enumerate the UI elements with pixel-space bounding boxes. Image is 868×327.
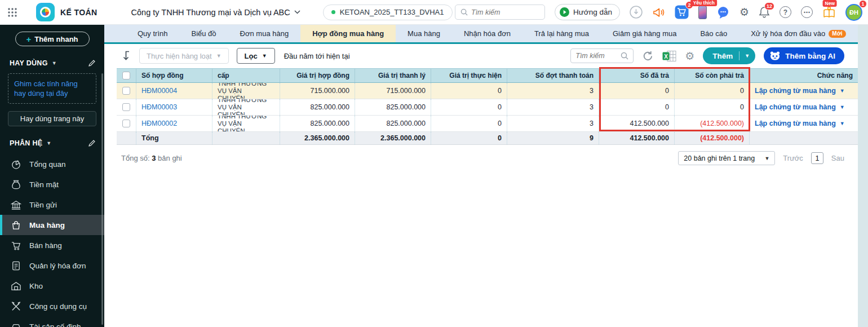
batch-action-button[interactable]: Thực hiện hàng loạt ▼ bbox=[139, 48, 229, 64]
select-all-cell bbox=[117, 69, 136, 82]
tab-tra-lai-hang-mua[interactable]: Trả lại hàng mua bbox=[522, 25, 601, 42]
total-value: 2.365.000.000 bbox=[280, 132, 355, 144]
prev-page-button[interactable]: Trước bbox=[783, 154, 803, 162]
col-value[interactable]: Giá trị hợp đồng bbox=[280, 69, 355, 82]
invoice-icon bbox=[11, 260, 21, 271]
sidebar-item-tien-gui[interactable]: Tiền gửi bbox=[0, 195, 104, 215]
tab-mua-hang[interactable]: Mua hàng bbox=[396, 25, 452, 42]
contract-link[interactable]: HĐM00004 bbox=[141, 87, 177, 95]
avatar-badge: 1 bbox=[859, 0, 867, 8]
edit-pencil-icon[interactable] bbox=[88, 59, 96, 67]
page-size-value: 20 bản ghi trên 1 trang bbox=[684, 154, 755, 162]
guide-button[interactable]: Hướng dẫn bbox=[555, 4, 620, 20]
user-avatar[interactable]: ĐH 1 bbox=[845, 4, 862, 21]
col-paid[interactable]: Số đã trả bbox=[599, 69, 675, 82]
total-executed: 0 bbox=[431, 132, 507, 144]
row-checkbox[interactable] bbox=[122, 120, 130, 127]
add-with-ai-button[interactable]: Thêm bằng AI bbox=[764, 47, 844, 64]
megaphone-icon[interactable] bbox=[652, 7, 665, 18]
database-selector[interactable]: KETOAN_2025_TT133_DVHA1 bbox=[323, 5, 453, 20]
installments-count: 3 bbox=[507, 99, 599, 115]
create-purchase-doc-link[interactable]: Lập chứng từ mua hàng▼ bbox=[755, 103, 845, 111]
list-search-input[interactable] bbox=[575, 52, 618, 60]
next-page-button[interactable]: Sau bbox=[831, 154, 844, 162]
col-contract[interactable]: Số hợp đồng bbox=[136, 69, 212, 82]
button-divider bbox=[739, 51, 739, 60]
tab-xu-ly-hoa-don-dau-vao[interactable]: Xử lý hóa đơn đầu vào Mới bbox=[739, 25, 857, 42]
settings-gear-icon[interactable]: ⚙ bbox=[685, 51, 694, 61]
page-size-select[interactable]: 20 bản ghi trên 1 trang ▼ bbox=[678, 151, 775, 165]
global-search[interactable] bbox=[455, 5, 545, 20]
list-search[interactable] bbox=[570, 48, 634, 63]
frequent-section-header[interactable]: HAY DÙNG ▼ bbox=[0, 59, 104, 67]
select-all-checkbox[interactable] bbox=[122, 72, 130, 79]
global-search-input[interactable] bbox=[471, 8, 533, 16]
tab-bieu-do[interactable]: Biểu đồ bbox=[179, 25, 228, 42]
col-liquidation[interactable]: Giá trị thanh lý bbox=[355, 69, 431, 82]
quick-add-button[interactable]: + Thêm nhanh bbox=[15, 32, 90, 46]
table-row[interactable]: HĐM00004 TNHH THƯƠNGVỤ VẬN CHUYỂN... 715… bbox=[117, 83, 858, 99]
tab-hop-dong-mua-hang[interactable]: Hợp đồng mua hàng bbox=[300, 25, 396, 42]
total-remaining: (412.500.000) bbox=[675, 132, 750, 144]
filter-button[interactable]: Lọc ▼ bbox=[237, 48, 275, 64]
favorite-phone-icon[interactable]: Yêu thích bbox=[698, 6, 707, 19]
col-supplier[interactable]: cấp bbox=[212, 69, 280, 82]
chat-icon[interactable] bbox=[716, 6, 730, 19]
liquidation-value: 715.000.000 bbox=[355, 83, 431, 99]
contract-link[interactable]: HĐM00003 bbox=[141, 103, 177, 111]
pin-hint-box[interactable]: Ghim các tính năng hay dùng tại đây bbox=[8, 73, 96, 104]
row-checkbox[interactable] bbox=[122, 87, 130, 95]
create-purchase-doc-link[interactable]: Lập chứng từ mua hàng▼ bbox=[755, 87, 845, 95]
tab-don-mua-hang[interactable]: Đơn mua hàng bbox=[228, 25, 301, 42]
overview-icon bbox=[11, 159, 21, 170]
remaining-amount: 0 bbox=[675, 99, 750, 115]
modules-section-header[interactable]: PHÂN HỆ ▼ bbox=[0, 139, 104, 147]
create-purchase-doc-link[interactable]: Lập chứng từ mua hàng▼ bbox=[755, 120, 845, 127]
sidebar-item-tien-mat[interactable]: Tiền mặt bbox=[0, 174, 104, 195]
app-launcher-icon[interactable] bbox=[7, 7, 18, 18]
fixed-asset-icon bbox=[11, 321, 21, 327]
tab-label: Giảm giá hàng mua bbox=[613, 29, 676, 38]
bell-icon[interactable]: 12 bbox=[759, 6, 770, 19]
sidebar-item-label: Mua hàng bbox=[29, 221, 65, 229]
sidebar-item-kho[interactable]: Kho bbox=[0, 276, 104, 296]
tab-giam-gia-hang-mua[interactable]: Giảm giá hàng mua bbox=[601, 25, 688, 42]
col-actions[interactable]: Chức năng bbox=[750, 69, 858, 82]
sort-arrange-icon[interactable] bbox=[121, 50, 131, 62]
store-cart-icon[interactable]: 2 bbox=[675, 5, 689, 19]
table-row[interactable]: HĐM00003 TNHH THƯƠNGVỤ VẬN CHUYỂN... 825… bbox=[117, 99, 858, 116]
table-row[interactable]: HĐM00002 TNHH THƯƠNGVỤ VẬN CHUYỂN... 825… bbox=[117, 116, 858, 132]
sidebar-item-tong-quan[interactable]: Tổng quan bbox=[0, 154, 104, 174]
right-edge-strip bbox=[858, 25, 868, 327]
col-remaining[interactable]: Số còn phải trả bbox=[675, 69, 750, 82]
total-label: Tổng bbox=[136, 132, 212, 144]
tab-nhan-hoa-don[interactable]: Nhận hóa đơn bbox=[452, 25, 522, 42]
refresh-icon[interactable] bbox=[642, 50, 654, 62]
pin-this-page-button[interactable]: Hay dùng trang này bbox=[8, 111, 96, 126]
tab-bao-cao[interactable]: Báo cáo bbox=[688, 25, 739, 42]
sidebar-item-quan-ly-hoa-don[interactable]: Quản lý hóa đơn bbox=[0, 255, 104, 276]
sidebar-item-mua-hang[interactable]: Mua hàng bbox=[0, 215, 104, 235]
sidebar-item-label: Tiền gửi bbox=[29, 201, 57, 209]
sidebar-item-ban-hang[interactable]: Bán hàng bbox=[0, 235, 104, 255]
sidebar-scrollbar[interactable] bbox=[101, 73, 103, 325]
tab-quy-trinh[interactable]: Quy trình bbox=[126, 25, 179, 42]
paid-amount: 0 bbox=[599, 99, 675, 115]
sidebar-item-tai-san-co-dinh[interactable]: Tài sản cố định bbox=[0, 316, 104, 327]
col-executed[interactable]: Giá trị thực hiện bbox=[431, 69, 507, 82]
row-checkbox[interactable] bbox=[122, 103, 130, 111]
more-icon[interactable]: ⋯ bbox=[801, 6, 813, 18]
whats-new-icon[interactable]: New bbox=[822, 6, 836, 19]
excel-export-icon[interactable]: X bbox=[662, 50, 676, 62]
contract-link[interactable]: HĐM00002 bbox=[141, 120, 177, 127]
download-icon[interactable] bbox=[630, 6, 643, 19]
col-installments[interactable]: Số đợt thanh toán bbox=[507, 69, 599, 82]
help-icon[interactable]: ? bbox=[780, 6, 791, 18]
gear-icon[interactable]: ⚙ bbox=[739, 7, 749, 17]
company-selector[interactable]: Công ty TNHH Thương mại và Dịch vụ ABC bbox=[131, 8, 300, 17]
tabbar: Quy trình Biểu đồ Đơn mua hàng Hợp đồng … bbox=[104, 25, 858, 44]
add-button[interactable]: Thêm ▼ bbox=[703, 47, 755, 64]
edit-pencil-icon[interactable] bbox=[88, 139, 96, 147]
sidebar-item-cong-cu-dung-cu[interactable]: Công cụ dụng cụ bbox=[0, 296, 104, 316]
quick-add-label: Thêm nhanh bbox=[34, 35, 78, 43]
